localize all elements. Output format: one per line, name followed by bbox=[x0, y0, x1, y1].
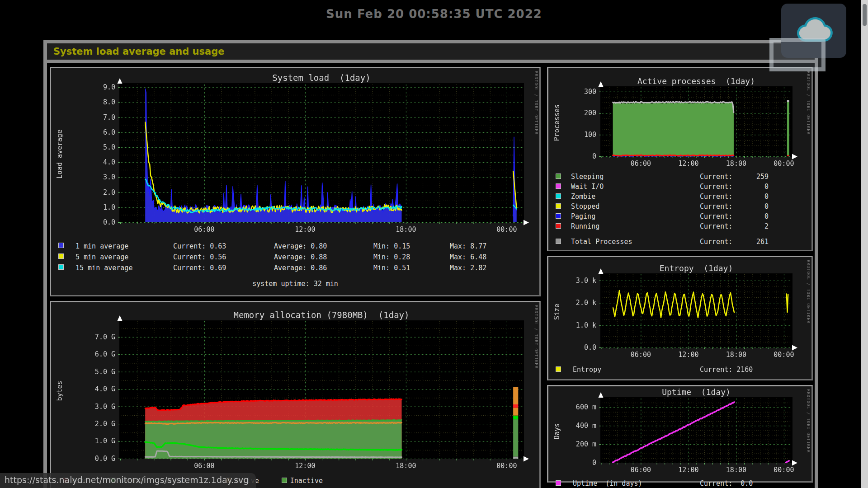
legend-value: 0 bbox=[749, 182, 769, 192]
legend-current: Current: 0.56 bbox=[173, 252, 274, 263]
legend-label: Total Processes bbox=[571, 237, 700, 247]
entropy-chart bbox=[549, 258, 811, 362]
legend-swatch bbox=[556, 193, 561, 199]
legend-value: 259 bbox=[749, 172, 769, 182]
legend-metric: Current: bbox=[700, 221, 749, 231]
legend-swatch bbox=[556, 223, 561, 229]
section-title: System load average and usage bbox=[53, 46, 225, 57]
legend-min: Min: 0.51 bbox=[373, 263, 450, 273]
uptime-chart bbox=[549, 387, 811, 476]
legend-metric: Current: bbox=[700, 237, 749, 247]
legend-swatch bbox=[58, 264, 64, 270]
legend-value: 261 bbox=[749, 237, 769, 247]
legend-value: 0 bbox=[749, 192, 769, 202]
legend-metric: Current: bbox=[700, 211, 749, 221]
legend-label: Zombie bbox=[571, 192, 700, 202]
system-load-panel: RRDTOOL / TOBI OETIKER 1 min average Cur… bbox=[50, 67, 541, 296]
legend-max: Max: 2.82 bbox=[450, 263, 538, 273]
main-frame: System load average and usage RRDTOOL / … bbox=[43, 40, 818, 488]
legend-swatch bbox=[58, 243, 64, 248]
legend-swatch bbox=[556, 203, 561, 209]
legend-swatch bbox=[556, 480, 561, 486]
rrdtool-watermark: RRDTOOL / TOBI OETIKER bbox=[534, 71, 538, 135]
rrdtool-watermark: RRDTOOL / TOBI OETIKER bbox=[534, 305, 538, 369]
entropy-panel: RRDTOOL / TOBI OETIKER Entropy Current: … bbox=[547, 256, 813, 380]
legend-swatch bbox=[556, 183, 561, 189]
status-bar-url: https://stats.nalyd.net/monitorx/imgs/sy… bbox=[0, 473, 256, 488]
legend-average: Average: 0.88 bbox=[274, 252, 373, 263]
legend-swatch bbox=[556, 174, 561, 179]
legend-metric: Current: bbox=[700, 182, 749, 192]
system-load-legend: 1 min average Current: 0.63 Average: 0.8… bbox=[52, 241, 538, 273]
window-ghost-overlay bbox=[769, 38, 826, 71]
legend-current: Current: 2160 bbox=[700, 365, 811, 375]
legend-label: 1 min average bbox=[75, 241, 173, 252]
processes-legend: Sleeping Current: 259 Wait I/O Current: … bbox=[549, 172, 811, 247]
legend-value: 0 bbox=[749, 211, 769, 221]
legend-min: Min: 0.28 bbox=[373, 252, 450, 263]
active-processes-panel: RRDTOOL / TOBI OETIKER Sleeping Current:… bbox=[547, 67, 813, 251]
legend-metric: Current: bbox=[700, 202, 749, 211]
legend-label: Uptime (in days) bbox=[573, 479, 700, 488]
legend-value: 2 bbox=[749, 221, 769, 231]
uptime-panel: RRDTOOL / TOBI OETIKER Uptime (in days) … bbox=[547, 385, 813, 483]
legend-label: 5 min average bbox=[75, 252, 173, 263]
legend-label: Entropy bbox=[573, 365, 700, 375]
uptime-legend: Uptime (in days) Current: 0.0 bbox=[549, 479, 811, 488]
legend-label: Sleeping bbox=[571, 172, 700, 182]
legend-current: Current: 0.69 bbox=[173, 263, 274, 273]
legend-swatch bbox=[58, 253, 64, 259]
scrollbar-track[interactable] bbox=[861, 0, 868, 488]
legend-label: Inactive bbox=[290, 476, 323, 486]
legend-label: Paging bbox=[571, 211, 700, 221]
scrollbar-thumb[interactable] bbox=[863, 4, 867, 26]
legend-label: Wait I/O bbox=[571, 182, 700, 192]
system-uptime-text: system uptime: 32 min bbox=[52, 280, 538, 288]
section-header: System load average and usage bbox=[47, 43, 815, 63]
legend-value: 0 bbox=[749, 202, 769, 211]
legend-average: Average: 0.86 bbox=[274, 263, 373, 273]
memory-allocation-chart bbox=[52, 303, 538, 474]
legend-swatch bbox=[556, 239, 561, 244]
legend-label: 15 min average bbox=[75, 263, 173, 273]
rrdtool-watermark: RRDTOOL / TOBI OETIKER bbox=[806, 260, 811, 324]
legend-current: Current: 0.0 bbox=[700, 479, 811, 488]
legend-swatch bbox=[556, 213, 561, 219]
entropy-legend: Entropy Current: 2160 bbox=[549, 365, 811, 375]
legend-swatch bbox=[282, 478, 287, 483]
legend-max: Max: 8.77 bbox=[450, 241, 538, 252]
rrdtool-watermark: RRDTOOL / TOBI OETIKER bbox=[806, 71, 811, 135]
legend-metric: Current: bbox=[700, 172, 749, 182]
legend-max: Max: 6.48 bbox=[450, 252, 538, 263]
page-title: Sun Feb 20 00:58:35 UTC 2022 bbox=[0, 7, 868, 21]
legend-label: Stopped bbox=[571, 202, 700, 211]
rrdtool-watermark: RRDTOOL / TOBI OETIKER bbox=[806, 389, 811, 453]
legend-current: Current: 0.63 bbox=[173, 241, 274, 252]
active-processes-chart bbox=[549, 69, 811, 170]
system-load-chart bbox=[52, 69, 538, 235]
memory-allocation-panel: RRDTOOL / TOBI OETIKER Used Cached Buffe… bbox=[50, 301, 541, 488]
legend-metric: Current: bbox=[700, 192, 749, 202]
legend-label: Running bbox=[571, 221, 700, 231]
legend-swatch bbox=[556, 366, 561, 372]
legend-average: Average: 0.80 bbox=[274, 241, 373, 252]
legend-min: Min: 0.15 bbox=[373, 241, 450, 252]
